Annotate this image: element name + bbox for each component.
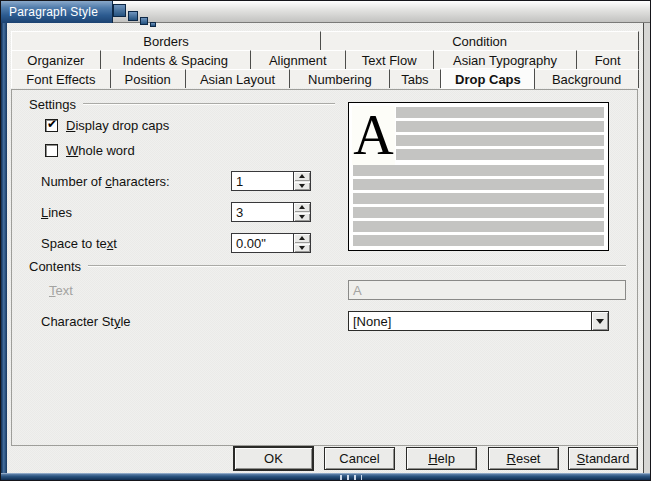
- lines-field: 3: [231, 202, 311, 222]
- display-drop-caps-checkbox[interactable]: ✔: [45, 119, 58, 132]
- spin-up-button[interactable]: [294, 203, 310, 212]
- settings-group-label: Settings: [29, 97, 76, 112]
- tab-text-flow[interactable]: Text Flow: [346, 50, 434, 69]
- spin-up-button[interactable]: [294, 234, 310, 243]
- help-button[interactable]: Help: [406, 447, 477, 470]
- dialog-body: Borders Condition Organizer Indents & Sp…: [7, 23, 643, 473]
- display-drop-caps-row: ✔ Display drop caps: [45, 118, 169, 132]
- spin-up-icon: [299, 174, 305, 178]
- preview-short-lines: [396, 107, 604, 163]
- settings-group-header: Settings: [29, 96, 335, 112]
- preview-text-line: [396, 107, 604, 118]
- number-of-characters-spinner: [293, 172, 310, 190]
- dropdown-button[interactable]: [591, 312, 608, 330]
- contents-group-label: Contents: [29, 259, 81, 274]
- preview-text-line: [353, 221, 604, 232]
- group-rule: [88, 265, 626, 267]
- space-to-text-field: 0.00": [231, 233, 311, 253]
- lines-label: Lines: [41, 205, 72, 221]
- whole-word-row: ✔ Whole word: [45, 143, 135, 157]
- spin-up-icon: [299, 205, 305, 209]
- paragraph-style-dialog: Paragraph Style Borders Condition Organi…: [0, 0, 651, 481]
- tab-indents-spacing[interactable]: Indents & Spacing: [101, 50, 251, 69]
- standard-button[interactable]: Standard: [568, 447, 638, 470]
- spin-down-icon: [299, 184, 305, 188]
- window-title-tab[interactable]: Paragraph Style: [1, 1, 113, 23]
- display-drop-caps-label: Display drop caps: [66, 118, 169, 133]
- cancel-button[interactable]: Cancel: [324, 447, 395, 470]
- tab-drop-caps[interactable]: Drop Caps: [441, 68, 536, 89]
- tab-organizer[interactable]: Organizer: [11, 50, 101, 69]
- dropdown-arrow-icon: [596, 319, 604, 324]
- tab-tabs[interactable]: Tabs: [390, 69, 440, 88]
- spin-down-icon: [299, 246, 305, 250]
- spin-down-button[interactable]: [294, 213, 310, 222]
- tab-row-3: Font Effects Position Asian Layout Numbe…: [11, 69, 639, 88]
- number-of-characters-label: Number of characters:: [41, 174, 170, 190]
- text-label: Text: [49, 283, 73, 299]
- preview-text-line: [353, 235, 604, 246]
- tab-alignment[interactable]: Alignment: [251, 50, 346, 69]
- whole-word-checkbox[interactable]: ✔: [45, 144, 58, 157]
- preview-text-line: [353, 193, 604, 204]
- space-to-text-spinner: [293, 234, 310, 252]
- reset-button[interactable]: Reset: [488, 447, 559, 470]
- window-title: Paragraph Style: [9, 5, 98, 19]
- window-frame-right: [643, 23, 650, 473]
- character-style-dropdown[interactable]: [None]: [348, 311, 609, 331]
- spin-down-icon: [299, 215, 305, 219]
- tab-borders[interactable]: Borders: [11, 31, 321, 50]
- preview-text-line: [353, 165, 604, 176]
- text-input: A: [348, 280, 626, 300]
- character-style-value: [None]: [349, 312, 591, 330]
- tab-font-effects[interactable]: Font Effects: [11, 69, 111, 88]
- tab-row-2: Organizer Indents & Spacing Alignment Te…: [11, 50, 639, 69]
- spin-up-button[interactable]: [294, 172, 310, 181]
- number-of-characters-field: 1: [231, 171, 311, 191]
- space-to-text-input[interactable]: 0.00": [232, 234, 293, 252]
- checkmark-icon: ✔: [47, 117, 57, 131]
- window-frame-bottom: [1, 473, 650, 480]
- contents-group-header: Contents: [29, 258, 626, 274]
- spin-up-icon: [299, 236, 305, 240]
- tab-position[interactable]: Position: [111, 69, 186, 88]
- lines-input[interactable]: 3: [232, 203, 293, 221]
- titlebar-steps-icon: [128, 11, 138, 21]
- tab-condition[interactable]: Condition: [321, 31, 639, 50]
- titlebar-steps-icon: [140, 17, 148, 25]
- resize-grip-icon[interactable]: [340, 475, 362, 480]
- lines-spinner: [293, 203, 310, 221]
- titlebar: Paragraph Style: [1, 1, 650, 23]
- titlebar-steps-icon: [150, 22, 156, 27]
- preview-text-line: [353, 179, 604, 190]
- preview-text-line: [353, 207, 604, 218]
- number-of-characters-input[interactable]: 1: [232, 172, 293, 190]
- preview-text-line: [396, 149, 604, 160]
- tab-background[interactable]: Background: [535, 69, 639, 88]
- titlebar-steps-icon: [113, 4, 126, 17]
- spin-down-button[interactable]: [294, 182, 310, 191]
- character-style-label: Character Style: [41, 314, 131, 330]
- ok-button[interactable]: OK: [234, 447, 313, 470]
- tab-asian-layout[interactable]: Asian Layout: [186, 69, 291, 88]
- preview-text-line: [396, 121, 604, 132]
- space-to-text-label: Space to text: [41, 236, 117, 252]
- group-rule: [83, 103, 335, 105]
- tab-font[interactable]: Font: [577, 50, 639, 69]
- tab-row-1: Borders Condition: [11, 31, 639, 50]
- preview-full-lines: [353, 165, 604, 249]
- tab-asian-typography[interactable]: Asian Typography: [434, 50, 578, 69]
- preview-text-line: [396, 135, 604, 146]
- drop-caps-preview: A: [348, 102, 609, 251]
- tab-numbering[interactable]: Numbering: [290, 69, 390, 88]
- whole-word-label: Whole word: [66, 143, 135, 158]
- preview-drop-cap-letter: A: [352, 106, 395, 165]
- spin-down-button[interactable]: [294, 244, 310, 253]
